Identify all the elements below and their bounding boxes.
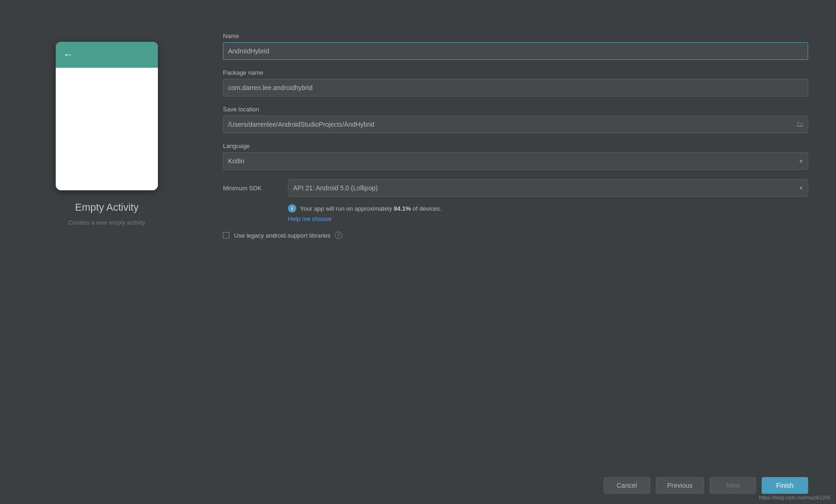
main-content: ← Empty Activity Creates a new empty act… xyxy=(28,19,808,467)
package-name-group: Package name xyxy=(223,69,808,97)
legacy-help-icon[interactable]: ? xyxy=(335,232,342,239)
phone-preview: ← xyxy=(56,42,158,190)
save-location-label: Save location xyxy=(223,106,808,113)
language-select-wrapper: Java Kotlin xyxy=(223,152,808,170)
minimum-sdk-label: Minimum SDK xyxy=(223,185,279,192)
activity-title: Empty Activity xyxy=(75,201,139,213)
back-arrow-icon: ← xyxy=(63,49,73,61)
language-group: Language Java Kotlin xyxy=(223,142,808,170)
name-input[interactable] xyxy=(223,42,808,60)
minimum-sdk-select[interactable]: API 16: Android 4.1 (Jelly Bean) API 17:… xyxy=(288,179,808,197)
sdk-info-prefix: Your app will run on approximately xyxy=(300,205,394,212)
left-panel: ← Empty Activity Creates a new empty act… xyxy=(28,32,186,226)
package-name-label: Package name xyxy=(223,69,808,76)
legacy-checkbox-row: Use legacy android.support libraries ? xyxy=(223,232,808,239)
legacy-checkbox[interactable] xyxy=(223,232,229,239)
phone-body xyxy=(56,68,158,190)
help-me-choose-link[interactable]: Help me choose xyxy=(288,215,808,222)
sdk-select-wrapper: API 16: Android 4.1 (Jelly Bean) API 17:… xyxy=(288,179,808,197)
name-label: Name xyxy=(223,32,808,39)
sdk-info-percent: 94.1% xyxy=(394,205,411,212)
sdk-info-row: i Your app will run on approximately 94.… xyxy=(288,204,808,213)
watermark: https://blog.csdn.net/muzili1206 xyxy=(759,495,830,500)
dialog-container: ← Empty Activity Creates a new empty act… xyxy=(0,0,836,467)
phone-toolbar: ← xyxy=(56,42,158,68)
next-button: Next xyxy=(710,477,756,494)
bottom-bar: Cancel Previous Next Finish xyxy=(0,467,836,504)
language-select[interactable]: Java Kotlin xyxy=(223,152,808,170)
save-location-input-wrapper: 🗂 xyxy=(223,116,808,133)
right-panel: Name Package name Save location 🗂 Langua… xyxy=(223,32,808,248)
legacy-checkbox-label: Use legacy android.support libraries xyxy=(234,232,330,239)
minimum-sdk-row: Minimum SDK API 16: Android 4.1 (Jelly B… xyxy=(223,179,808,197)
sdk-info-suffix: of devices. xyxy=(411,205,442,212)
sdk-info-text: Your app will run on approximately 94.1%… xyxy=(300,205,442,212)
name-group: Name xyxy=(223,32,808,60)
save-location-group: Save location 🗂 xyxy=(223,106,808,133)
language-label: Language xyxy=(223,142,808,149)
package-name-input[interactable] xyxy=(223,79,808,97)
cancel-button[interactable]: Cancel xyxy=(604,477,650,494)
info-icon: i xyxy=(288,204,296,213)
save-location-input[interactable] xyxy=(223,116,808,133)
activity-description: Creates a new empty activity xyxy=(68,219,145,226)
folder-icon[interactable]: 🗂 xyxy=(796,120,803,129)
previous-button[interactable]: Previous xyxy=(656,477,704,494)
finish-button[interactable]: Finish xyxy=(762,477,808,494)
